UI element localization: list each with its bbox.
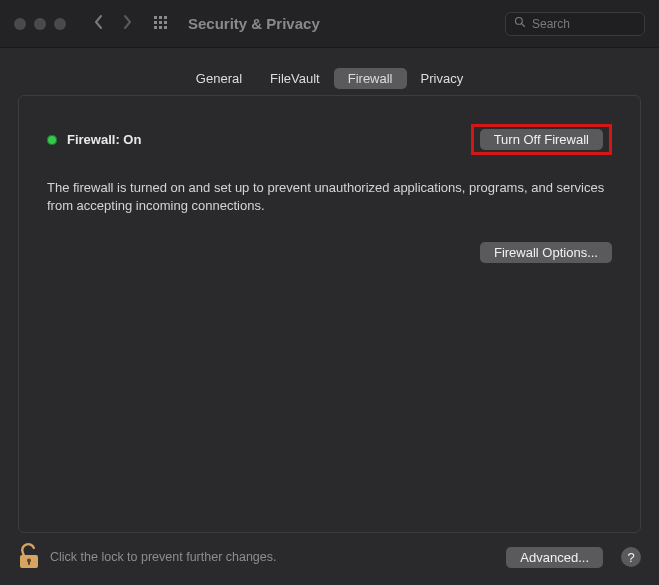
status-row: Firewall: On Turn Off Firewall: [47, 124, 612, 155]
advanced-button[interactable]: Advanced...: [506, 547, 603, 568]
nav-arrows: [92, 14, 134, 33]
back-button[interactable]: [92, 14, 106, 33]
tab-filevault[interactable]: FileVault: [256, 68, 334, 89]
svg-rect-8: [164, 26, 167, 29]
window-title: Security & Privacy: [188, 15, 320, 32]
zoom-window-icon[interactable]: [54, 18, 66, 30]
tab-bar: General FileVault Firewall Privacy: [18, 68, 641, 89]
help-button[interactable]: ?: [621, 547, 641, 567]
svg-line-10: [522, 24, 525, 27]
window-controls: [14, 18, 66, 30]
annotation-highlight: Turn Off Firewall: [471, 124, 612, 155]
svg-rect-5: [164, 21, 167, 24]
show-all-icon[interactable]: [154, 16, 170, 32]
content: General FileVault Firewall Privacy Firew…: [0, 48, 659, 533]
svg-rect-3: [154, 21, 157, 24]
tab-privacy[interactable]: Privacy: [407, 68, 478, 89]
lock-icon[interactable]: [18, 542, 40, 573]
svg-rect-14: [28, 561, 30, 565]
turn-off-firewall-button[interactable]: Turn Off Firewall: [480, 129, 603, 150]
firewall-description: The firewall is turned on and set up to …: [47, 179, 607, 214]
minimize-window-icon[interactable]: [34, 18, 46, 30]
status-indicator-icon: [47, 135, 57, 145]
footer: Click the lock to prevent further change…: [0, 529, 659, 585]
search-input[interactable]: [532, 17, 636, 31]
firewall-panel: Firewall: On Turn Off Firewall The firew…: [18, 95, 641, 533]
svg-rect-4: [159, 21, 162, 24]
tab-firewall[interactable]: Firewall: [334, 68, 407, 89]
lock-description: Click the lock to prevent further change…: [50, 550, 277, 564]
firewall-status-label: Firewall: On: [67, 132, 141, 147]
firewall-options-button[interactable]: Firewall Options...: [480, 242, 612, 263]
svg-rect-1: [159, 16, 162, 19]
options-row: Firewall Options...: [47, 242, 612, 263]
close-window-icon[interactable]: [14, 18, 26, 30]
search-icon: [514, 16, 526, 31]
forward-button[interactable]: [120, 14, 134, 33]
svg-rect-6: [154, 26, 157, 29]
svg-rect-2: [164, 16, 167, 19]
svg-rect-7: [159, 26, 162, 29]
tab-general[interactable]: General: [182, 68, 256, 89]
search-field[interactable]: [505, 12, 645, 36]
status-left: Firewall: On: [47, 132, 141, 147]
toolbar: Security & Privacy: [0, 0, 659, 48]
svg-rect-0: [154, 16, 157, 19]
